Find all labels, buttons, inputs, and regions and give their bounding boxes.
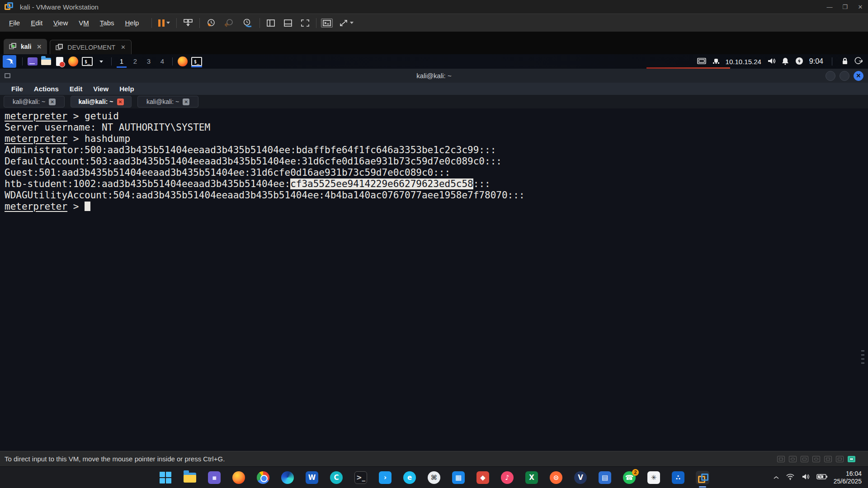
workspace-3[interactable]: 3 <box>142 55 156 68</box>
taskbar-icon-internet-explorer[interactable]: e <box>402 470 417 485</box>
vm-tab-kali[interactable]: kali ✕ <box>4 39 47 54</box>
taskbar-icon-windows-terminal[interactable]: >_ <box>354 470 368 485</box>
taskbar-clock[interactable]: 16:04 25/6/2025 <box>834 470 862 485</box>
vmware-menu-help[interactable]: Help <box>120 16 145 29</box>
tab-close-icon[interactable]: ✕ <box>183 99 189 105</box>
volume-icon[interactable] <box>801 473 810 482</box>
close-icon[interactable]: ✕ <box>853 0 868 14</box>
taskbar-icon-vmware-workstation[interactable] <box>695 470 710 485</box>
power-icon[interactable] <box>795 56 804 67</box>
taskbar-icon-music-app[interactable]: ♪ <box>500 470 514 485</box>
terminal-dropdown-caret[interactable] <box>94 55 108 68</box>
pause-icon[interactable] <box>156 18 172 28</box>
volume-icon[interactable] <box>767 57 776 66</box>
taskbar-icon-app-light[interactable]: ⌘ <box>427 470 441 485</box>
workspace-4[interactable]: 4 <box>156 55 169 68</box>
tab-close-icon[interactable]: ✕ <box>49 99 56 105</box>
file-manager-icon[interactable] <box>39 55 53 68</box>
fit-dropdown-caret[interactable] <box>350 22 354 24</box>
terminal-menu-help[interactable]: Help <box>114 84 139 94</box>
tab-close-icon[interactable]: ✕ <box>117 99 124 105</box>
terminal-body[interactable]: meterpreter > getuidServer username: NT … <box>0 108 868 451</box>
ctrl-alt-del-icon[interactable] <box>181 17 195 29</box>
taskbar-icon-start[interactable] <box>158 470 173 485</box>
vmware-menu-edit[interactable]: Edit <box>25 16 48 29</box>
taskbar-icon-app-red[interactable]: ◆ <box>476 470 490 485</box>
taskbar-icon-firefox[interactable] <box>231 470 246 485</box>
minimize-icon[interactable] <box>826 71 835 81</box>
taskbar-icon-whatsapp[interactable]: ☎2 <box>622 470 637 485</box>
taskbar-icon-file-explorer[interactable] <box>183 470 197 485</box>
fit-guest-icon[interactable] <box>337 18 355 28</box>
terminal-window-icon[interactable]: $_ <box>189 55 204 68</box>
sound-icon[interactable] <box>812 456 820 462</box>
app-window-icon[interactable] <box>26 55 39 68</box>
terminal-tab-3[interactable]: kali@kali: ~✕ <box>137 96 198 108</box>
taskbar-icon-excel[interactable]: X <box>524 470 539 485</box>
notifications-bell-icon[interactable] <box>781 57 789 66</box>
taskbar-icon-postman[interactable]: ⊙ <box>549 470 563 485</box>
unity-console-icon[interactable] <box>321 19 333 28</box>
taskbar-icon-app-blue[interactable]: ∴ <box>671 470 685 485</box>
wifi-icon[interactable] <box>786 473 795 482</box>
terminal-tab-1[interactable]: kali@kali: ~✕ <box>4 96 65 108</box>
vm-tab-development[interactable]: DEVELOPMENT ✕ <box>50 40 132 54</box>
taskbar-icon-edge[interactable] <box>280 470 295 485</box>
taskbar-icon-app-purple[interactable]: ▪ <box>207 470 222 485</box>
taskbar-icon-word[interactable]: W <box>305 470 319 485</box>
network-adapter-icon[interactable] <box>801 456 808 462</box>
cd-icon[interactable] <box>789 456 797 462</box>
terminal-menu-actions[interactable]: Actions <box>29 84 64 94</box>
text-editor-icon[interactable] <box>53 55 66 68</box>
workspace-2[interactable]: 2 <box>128 55 142 68</box>
firefox-icon[interactable] <box>66 55 80 68</box>
usb-icon[interactable] <box>824 456 832 462</box>
close-icon[interactable]: ✕ <box>854 71 863 81</box>
vmware-menu-file[interactable]: File <box>4 16 25 29</box>
snapshot-manager-icon[interactable] <box>241 17 255 29</box>
terminal-titlebar[interactable]: kali@kali: ~ ✕ <box>0 69 868 83</box>
workspace-1[interactable]: 1 <box>115 55 128 68</box>
taskbar-icon-app-white[interactable]: ✳ <box>646 470 661 485</box>
lock-icon[interactable] <box>841 57 849 66</box>
snapshot-take-icon[interactable] <box>204 17 218 29</box>
terminal-icon[interactable]: $_ <box>80 55 94 68</box>
maximize-icon[interactable]: ❐ <box>837 0 853 14</box>
terminal-menu-file[interactable]: File <box>6 84 28 94</box>
vmware-menu-tabs[interactable]: Tabs <box>94 16 120 29</box>
pause-dropdown-caret[interactable] <box>166 22 170 24</box>
network-icon[interactable] <box>712 57 720 66</box>
vmware-menu-view[interactable]: View <box>48 16 73 29</box>
kali-menu-icon[interactable] <box>3 55 16 68</box>
taskbar-icon-app-navy[interactable]: V <box>573 470 588 485</box>
taskbar-icon-vscode[interactable]: › <box>378 470 392 485</box>
console-panel-icon[interactable] <box>282 18 294 28</box>
taskbar-icon-canva[interactable]: C <box>329 470 344 485</box>
terminal-tab-2[interactable]: kali@kali: ~✕ <box>71 96 132 108</box>
kali-clock[interactable]: 9:04 <box>809 57 823 66</box>
display-icon[interactable] <box>697 57 707 66</box>
vm-tab-close-icon[interactable]: ✕ <box>121 44 126 51</box>
taskbar-icon-chrome[interactable] <box>256 470 270 485</box>
tray-chevron-up-icon[interactable] <box>773 474 779 481</box>
minimize-icon[interactable]: — <box>822 0 837 14</box>
vm-tab-close-icon[interactable]: ✕ <box>37 43 42 50</box>
library-panel-icon[interactable] <box>264 18 277 28</box>
terminal-menu-view[interactable]: View <box>88 84 113 94</box>
taskbar-icon-microsoft-store[interactable]: ▦ <box>451 470 466 485</box>
fullscreen-icon[interactable] <box>299 18 311 28</box>
maximize-icon[interactable] <box>840 71 849 81</box>
restore-icon[interactable] <box>5 73 10 78</box>
hdd-icon[interactable] <box>777 456 785 462</box>
snapshot-revert-icon[interactable] <box>222 17 236 29</box>
vmware-menu-vm[interactable]: VM <box>73 16 94 29</box>
firefox-window-icon[interactable] <box>176 55 189 68</box>
battery-icon[interactable] <box>816 474 827 481</box>
taskbar-icon-notes-app[interactable]: ▤ <box>598 470 612 485</box>
message-log-active-icon[interactable] <box>848 456 855 462</box>
terminal-scrollbar[interactable] <box>861 350 864 364</box>
logout-icon[interactable] <box>854 57 863 66</box>
printer-icon[interactable] <box>836 456 844 462</box>
terminal-menu-edit[interactable]: Edit <box>65 84 87 94</box>
vm-ip-address[interactable]: 10.10.15.24 <box>726 58 761 66</box>
